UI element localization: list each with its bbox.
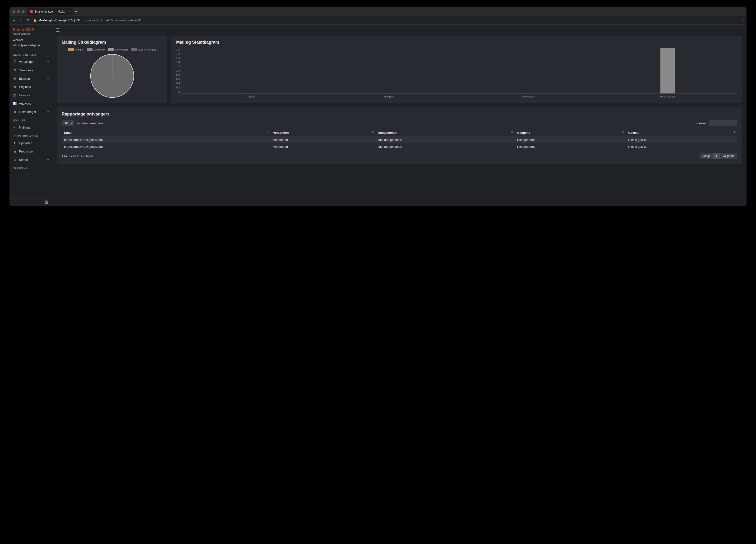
sidebar-item[interactable]: ⚙Blokken▾ bbox=[9, 74, 52, 83]
x-label: Geklikt bbox=[181, 94, 320, 98]
legend-label: Geklikt bbox=[75, 48, 83, 51]
x-label: Ontvangen bbox=[459, 94, 598, 98]
table-cell: Niet in geklikt bbox=[626, 143, 737, 150]
y-tick: 1.0 bbox=[176, 69, 180, 72]
column-header[interactable]: Geklikt⇅ bbox=[626, 129, 737, 136]
table-cell: bramkempen+1@gmail.com bbox=[62, 136, 271, 143]
nav-label: Layouts bbox=[19, 93, 30, 97]
search-input[interactable] bbox=[709, 120, 737, 126]
legend-item[interactable]: Ontvangen bbox=[108, 48, 128, 51]
legend-item[interactable]: Geklikt bbox=[68, 48, 83, 51]
nav-label: Templates bbox=[19, 69, 33, 72]
sidebar-item[interactable]: 📊Analytics▾ bbox=[9, 99, 52, 108]
chevron-down-icon: ▾ bbox=[47, 60, 49, 63]
close-tab-icon[interactable]: × bbox=[68, 10, 70, 14]
new-tab-button[interactable]: + bbox=[75, 9, 78, 14]
chevron-down-icon: ▾ bbox=[47, 102, 49, 105]
reload-button[interactable]: ⟳ bbox=[26, 18, 30, 22]
bar-chart-card: Mailing Staafdiagram 2.01.81.61.41.21.00… bbox=[171, 36, 742, 103]
nav-label: Producten bbox=[19, 150, 33, 153]
page-length-label: resultaten weergeven bbox=[76, 121, 105, 125]
bookmark-icon[interactable]: ☆ bbox=[741, 18, 744, 22]
sort-icon: ⇅ bbox=[733, 131, 735, 134]
plot-area bbox=[181, 48, 737, 94]
legend-label: Niet ontvangen bbox=[138, 48, 156, 51]
nav-label: Uploaden bbox=[19, 141, 32, 145]
y-tick: 0.8 bbox=[176, 74, 180, 76]
nav-label: Pagina's bbox=[19, 85, 31, 89]
nav-icon: ✉ bbox=[13, 126, 17, 129]
x-axis: GekliktGeopendOntvangenNiet ontvangen bbox=[181, 94, 737, 98]
url-bar: ← → ⟳ 🔒 Masterlight (Eurolight B.V.) [NL… bbox=[9, 16, 747, 25]
window-controls[interactable] bbox=[12, 10, 25, 13]
sidebar-item[interactable]: ⊞Series▾ bbox=[9, 156, 52, 164]
brand: Sofco CMS Masterlight.com bbox=[9, 25, 52, 36]
nav-icon: ⚙ bbox=[13, 77, 17, 80]
y-tick: 1.2 bbox=[176, 65, 180, 68]
table-row[interactable]: bramkempen+1@gmail.comVerzondenNiet aang… bbox=[62, 136, 737, 143]
pie-chart-card: Mailing Cirkeldiagram GekliktGeopendOntv… bbox=[57, 36, 167, 103]
sidebar-section-header: GEGEVENS bbox=[9, 164, 52, 171]
legend-label: Ontvangen bbox=[115, 48, 128, 51]
sidebar-item[interactable]: ⧉Templates▾ bbox=[9, 66, 52, 74]
legend-item[interactable]: Geopend bbox=[87, 48, 105, 51]
legend-swatch bbox=[68, 48, 74, 51]
legend-swatch bbox=[108, 48, 114, 51]
sort-icon: ⇅ bbox=[622, 131, 623, 134]
page-length: 10 resultaten weergeven bbox=[62, 120, 105, 126]
recipients-card: Rapportage ontvangers 10 resultaten weer… bbox=[57, 107, 742, 164]
sidebar-item[interactable]: ⬆Uploaden▾ bbox=[9, 139, 52, 147]
address-bar[interactable]: 🔒 Masterlight (Eurolight B.V.) [NL] | ma… bbox=[33, 18, 738, 22]
pager-next[interactable]: Volgende bbox=[720, 153, 737, 159]
legend-label: Geopend bbox=[94, 48, 105, 51]
minimize-window-icon[interactable] bbox=[17, 10, 20, 13]
column-header[interactable]: Aangekomen⇅ bbox=[376, 129, 515, 136]
sidebar-item[interactable]: 🗎Filemanager▾ bbox=[9, 108, 52, 116]
chevron-down-icon: ▾ bbox=[47, 77, 49, 80]
lock-icon: 🔒 bbox=[33, 18, 37, 22]
forward-button[interactable]: → bbox=[19, 18, 23, 22]
power-icon[interactable]: ⏻ bbox=[44, 200, 48, 205]
back-button[interactable]: ← bbox=[12, 18, 16, 22]
tab-title: Masterlight.com - Mail gegev… bbox=[35, 10, 66, 13]
maximize-window-icon[interactable] bbox=[22, 10, 25, 13]
nav-icon: ⊞ bbox=[13, 158, 17, 161]
table-cell: bramkempen+2@gmail.com bbox=[62, 143, 271, 150]
y-axis: 2.01.81.61.41.21.00.80.60.40.20 bbox=[176, 48, 181, 93]
sidebar-item[interactable]: ≣Producten▾ bbox=[9, 147, 52, 156]
sidebar-item[interactable]: 🗎Pagina's▾ bbox=[9, 83, 52, 91]
sort-icon: ⇅ bbox=[372, 131, 373, 134]
close-window-icon[interactable] bbox=[12, 10, 15, 13]
main-content: ☰ Mailing Cirkeldiagram GekliktGeopendOn… bbox=[52, 25, 747, 206]
page-length-select[interactable]: 10 bbox=[62, 120, 74, 126]
column-header[interactable]: Geopend⇅ bbox=[515, 129, 626, 136]
sidebar-item[interactable]: ✉Mailings▾ bbox=[9, 123, 52, 132]
table-cell: Niet aangekomen bbox=[376, 136, 515, 143]
sidebar-item[interactable]: 🗨Vertalingen▾ bbox=[9, 58, 52, 66]
pager-prev[interactable]: Vorige bbox=[700, 153, 713, 159]
browser-tab[interactable]: ≡ Masterlight.com - Mail gegev… × bbox=[28, 8, 73, 15]
x-label: Niet ontvangen bbox=[598, 94, 737, 98]
favicon-icon: ≡ bbox=[30, 10, 33, 13]
legend-swatch bbox=[87, 48, 92, 51]
legend-swatch bbox=[131, 48, 137, 51]
pager: Vorige 1 Volgende bbox=[700, 153, 737, 159]
hamburger-icon[interactable]: ☰ bbox=[56, 28, 60, 32]
chevron-down-icon: ▾ bbox=[47, 69, 49, 72]
nav-icon: ≣ bbox=[13, 150, 17, 153]
nav-icon: 📊 bbox=[13, 102, 17, 105]
sidebar-section-header: MODULES bbox=[9, 116, 52, 123]
sidebar-item[interactable]: ▤Layouts▾ bbox=[9, 91, 52, 99]
chevron-down-icon: ▾ bbox=[47, 86, 49, 88]
column-header[interactable]: Verzonden⇅ bbox=[271, 129, 376, 136]
chevron-down-icon: ▾ bbox=[47, 111, 49, 113]
brand-title: Sofco CMS bbox=[13, 28, 49, 32]
table-row[interactable]: bramkempen+2@gmail.comVerzondenNiet aang… bbox=[62, 143, 737, 150]
pie-title: Mailing Cirkeldiagram bbox=[62, 40, 162, 45]
pager-page-1[interactable]: 1 bbox=[713, 153, 720, 159]
legend-item[interactable]: Niet ontvangen bbox=[131, 48, 156, 51]
sidebar-section-header: WEBSITE BEHEER bbox=[9, 50, 52, 58]
sidebar: Sofco CMS Masterlight.com Welkom, admin@… bbox=[9, 25, 52, 206]
table-cell: Niet geopend bbox=[515, 143, 626, 150]
column-header[interactable]: Email▾ bbox=[62, 129, 271, 136]
